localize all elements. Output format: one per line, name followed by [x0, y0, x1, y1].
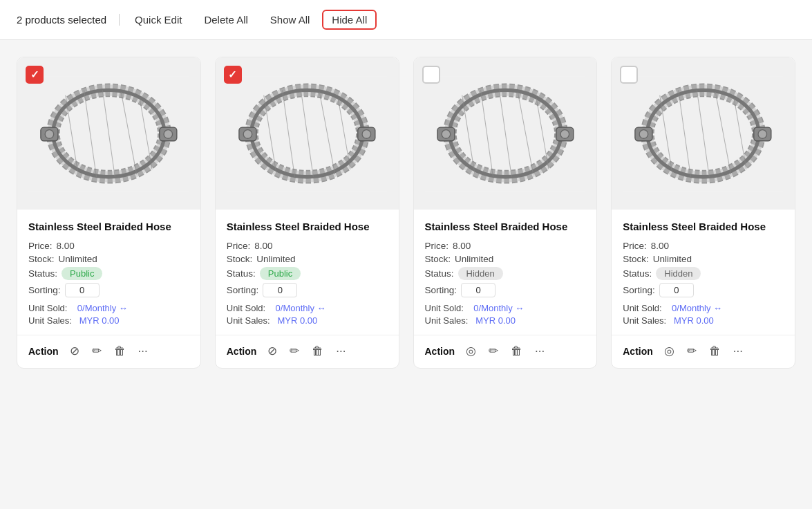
unit-section: Unit Sold: 0/Monthly ↔ Unit Sales: MYR 0…	[425, 303, 586, 326]
status-label: Status:	[227, 268, 256, 279]
show-all-button[interactable]: Show All	[261, 10, 320, 30]
product-checkbox[interactable]	[620, 66, 638, 84]
price-value: 8.00	[254, 241, 272, 251]
action-bar: Action ⊘ ✏ 🗑 ···	[17, 335, 200, 368]
edit-icon[interactable]: ✏	[487, 342, 500, 360]
sorting-row: Sorting:	[623, 283, 784, 297]
unit-section: Unit Sold: 0/Monthly ↔ Unit Sales: MYR 0…	[227, 303, 388, 326]
quick-edit-button[interactable]: Quick Edit	[125, 10, 191, 30]
unit-sales-row: Unit Sales: MYR 0.00	[28, 315, 189, 326]
unit-sales-value: MYR 0.00	[475, 315, 516, 326]
sorting-row: Sorting:	[28, 283, 189, 297]
unit-sold-link[interactable]: 0/Monthly ↔	[77, 303, 128, 313]
status-row: Status: Public	[28, 267, 189, 280]
status-label: Status:	[425, 268, 454, 279]
sorting-input[interactable]	[263, 283, 297, 297]
hide-icon[interactable]: ⊘	[68, 342, 81, 360]
action-label: Action	[425, 346, 455, 357]
svg-point-7	[164, 129, 173, 138]
product-card: Stainless Steel Braided Hose Price: 8.00…	[611, 57, 795, 369]
unit-sales-row: Unit Sales: MYR 0.00	[623, 315, 784, 326]
stock-value: Unlimited	[653, 254, 692, 264]
sorting-input[interactable]	[65, 283, 100, 297]
stock-value: Unlimited	[59, 254, 97, 264]
product-image-container	[414, 57, 597, 210]
more-icon[interactable]: ···	[334, 343, 347, 360]
delete-all-button[interactable]: Delete All	[194, 10, 257, 30]
status-row: Status: Public	[227, 267, 388, 280]
unit-sold-row: Unit Sold: 0/Monthly ↔	[227, 303, 388, 313]
product-image-container	[612, 57, 795, 210]
sorting-row: Sorting:	[425, 283, 586, 297]
product-checkbox[interactable]	[422, 66, 440, 84]
unit-sold-row: Unit Sold: 0/Monthly ↔	[28, 303, 189, 313]
action-bar: Action ◎ ✏ 🗑 ···	[414, 335, 597, 368]
unit-sales-label: Unit Sales:	[623, 315, 666, 326]
product-name: Stainless Steel Braided Hose	[227, 219, 388, 234]
view-icon[interactable]: ◎	[663, 342, 676, 360]
unit-sold-link[interactable]: 0/Monthly ↔	[672, 303, 722, 313]
product-checkbox[interactable]	[26, 66, 44, 84]
svg-point-31	[442, 129, 451, 138]
price-row: Price: 8.00	[227, 241, 388, 251]
delete-icon[interactable]: 🗑	[310, 343, 325, 360]
unit-sold-link[interactable]: 0/Monthly ↔	[473, 303, 524, 313]
product-info: Stainless Steel Braided Hose Price: 8.00…	[414, 210, 597, 335]
unit-sales-row: Unit Sales: MYR 0.00	[425, 315, 586, 326]
more-icon[interactable]: ···	[534, 343, 546, 360]
action-bar: Action ◎ ✏ 🗑 ···	[612, 335, 795, 368]
product-card: Stainless Steel Braided Hose Price: 8.00…	[215, 57, 399, 369]
price-label: Price:	[28, 241, 53, 251]
svg-point-20	[362, 129, 371, 138]
product-image-container	[216, 57, 399, 210]
sorting-label: Sorting:	[623, 285, 655, 295]
product-card: Stainless Steel Braided Hose Price: 8.00…	[17, 57, 201, 369]
price-value: 8.00	[57, 241, 75, 251]
action-label: Action	[28, 346, 59, 357]
delete-icon[interactable]: 🗑	[509, 343, 524, 360]
top-bar: 2 products selected Quick Edit Delete Al…	[0, 0, 812, 40]
stock-value: Unlimited	[256, 254, 295, 264]
action-label: Action	[227, 346, 257, 357]
action-bar: Action ⊘ ✏ 🗑 ···	[216, 335, 399, 368]
price-row: Price: 8.00	[425, 241, 586, 251]
stock-row: Stock: Unlimited	[623, 254, 784, 264]
product-name: Stainless Steel Braided Hose	[425, 219, 586, 234]
delete-icon[interactable]: 🗑	[113, 343, 127, 360]
stock-label: Stock:	[425, 254, 451, 264]
product-info: Stainless Steel Braided Hose Price: 8.00…	[216, 210, 399, 335]
svg-point-46	[758, 129, 767, 138]
delete-icon[interactable]: 🗑	[708, 343, 722, 360]
unit-sold-label: Unit Sold:	[28, 303, 67, 313]
products-grid: Stainless Steel Braided Hose Price: 8.00…	[0, 40, 812, 385]
product-checkbox[interactable]	[224, 66, 242, 84]
stock-value: Unlimited	[455, 254, 493, 264]
sorting-input[interactable]	[659, 283, 694, 297]
toolbar-actions: Quick Edit Delete All Show All Hide All	[125, 10, 377, 30]
unit-sold-label: Unit Sold:	[425, 303, 464, 313]
sorting-input[interactable]	[461, 283, 495, 297]
status-row: Status: Hidden	[425, 267, 586, 280]
selected-count: 2 products selected	[17, 14, 120, 26]
price-row: Price: 8.00	[28, 241, 189, 251]
more-icon[interactable]: ···	[137, 343, 149, 360]
status-badge: Hidden	[656, 267, 701, 280]
unit-sold-link[interactable]: 0/Monthly ↔	[276, 303, 326, 313]
edit-icon[interactable]: ✏	[91, 342, 103, 360]
edit-icon[interactable]: ✏	[288, 342, 301, 360]
status-row: Status: Hidden	[623, 267, 784, 280]
status-badge: Public	[260, 267, 301, 280]
svg-point-5	[45, 129, 54, 138]
edit-icon[interactable]: ✏	[686, 342, 698, 360]
svg-point-44	[639, 129, 648, 138]
more-icon[interactable]: ···	[732, 343, 744, 360]
price-row: Price: 8.00	[623, 241, 784, 251]
stock-row: Stock: Unlimited	[227, 254, 388, 264]
unit-sold-label: Unit Sold:	[227, 303, 265, 313]
unit-sales-value: MYR 0.00	[79, 315, 120, 326]
hide-all-button[interactable]: Hide All	[322, 10, 377, 30]
price-value: 8.00	[453, 241, 471, 251]
hide-icon[interactable]: ⊘	[266, 342, 278, 360]
product-name: Stainless Steel Braided Hose	[623, 219, 784, 234]
view-icon[interactable]: ◎	[464, 342, 478, 360]
